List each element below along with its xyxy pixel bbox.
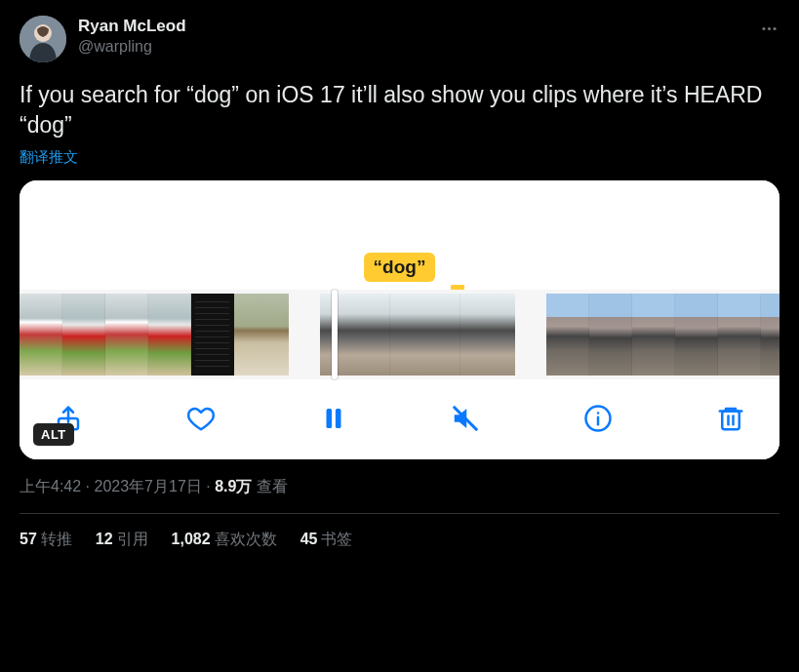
media-toolbar xyxy=(20,379,779,459)
mute-button[interactable] xyxy=(446,399,485,438)
display-name[interactable]: Ryan McLeod xyxy=(78,16,779,37)
media-attachment[interactable]: “dog” xyxy=(20,180,779,459)
trash-icon xyxy=(716,404,745,433)
stat-quotes[interactable]: 12引用 xyxy=(96,530,148,550)
delete-button[interactable] xyxy=(711,399,750,438)
tweet-container: Ryan McLeod @warpling If you search for … xyxy=(0,0,799,550)
video-timeline-strip[interactable] xyxy=(20,290,779,379)
svg-rect-6 xyxy=(326,409,332,428)
thumbnail-frame xyxy=(546,294,589,376)
thumbnail-frame xyxy=(390,294,460,376)
thumbnail-frame xyxy=(718,294,761,376)
speaker-muted-icon xyxy=(451,404,480,433)
svg-rect-12 xyxy=(722,412,739,430)
ellipsis-icon xyxy=(760,20,779,38)
clip-cluster-2[interactable] xyxy=(320,294,515,376)
svg-point-2 xyxy=(762,26,765,29)
heart-icon xyxy=(186,404,216,433)
thumbnail-frame xyxy=(191,294,234,376)
views-count: 8.9万 xyxy=(215,478,252,494)
views-label: 查看 xyxy=(257,478,288,494)
media-preview-top: “dog” xyxy=(20,180,779,290)
thumbnail-frame xyxy=(62,294,105,376)
thumbnail-frame xyxy=(234,294,289,376)
clip-cluster-3[interactable] xyxy=(546,294,779,376)
like-button[interactable] xyxy=(181,399,220,438)
thumbnail-frame xyxy=(761,294,779,376)
user-handle[interactable]: @warpling xyxy=(78,37,779,58)
pause-button[interactable] xyxy=(314,399,353,438)
tweet-meta: 上午4:42 · 2023年7月17日 · 8.9万 查看 xyxy=(20,477,779,497)
tweet-time[interactable]: 上午4:42 xyxy=(20,478,81,494)
svg-point-4 xyxy=(773,26,776,29)
svg-point-11 xyxy=(597,412,600,415)
svg-rect-7 xyxy=(335,409,340,428)
tweet-date[interactable]: 2023年7月17日 xyxy=(94,478,201,494)
avatar[interactable] xyxy=(20,16,66,62)
stat-bookmarks[interactable]: 45书签 xyxy=(300,530,353,550)
tweet-text: If you search for “dog” on iOS 17 it’ll … xyxy=(20,80,779,140)
thumbnail-frame xyxy=(675,294,718,376)
translate-link[interactable]: 翻译推文 xyxy=(20,148,779,167)
info-icon xyxy=(583,404,613,433)
alt-text-badge[interactable]: ALT xyxy=(33,423,74,446)
svg-point-3 xyxy=(767,26,770,29)
pause-icon xyxy=(319,404,348,433)
stat-likes[interactable]: 1,082喜欢次数 xyxy=(172,530,277,550)
tweet-stats: 57转推 12引用 1,082喜欢次数 45书签 xyxy=(20,514,779,550)
thumbnail-frame xyxy=(148,294,191,376)
search-result-chip: “dog” xyxy=(364,253,436,282)
stat-retweets[interactable]: 57转推 xyxy=(20,530,72,550)
thumbnail-frame xyxy=(460,294,515,376)
tweet-header: Ryan McLeod @warpling xyxy=(20,16,779,62)
user-info: Ryan McLeod @warpling xyxy=(78,16,779,58)
more-options-button[interactable] xyxy=(752,12,785,45)
thumbnail-frame xyxy=(105,294,148,376)
thumbnail-frame xyxy=(20,294,62,376)
info-button[interactable] xyxy=(579,399,618,438)
clip-cluster-1[interactable] xyxy=(20,294,289,376)
timeline-marker xyxy=(451,285,464,290)
thumbnail-frame xyxy=(320,294,390,376)
thumbnail-frame xyxy=(632,294,675,376)
thumbnail-frame xyxy=(589,294,632,376)
